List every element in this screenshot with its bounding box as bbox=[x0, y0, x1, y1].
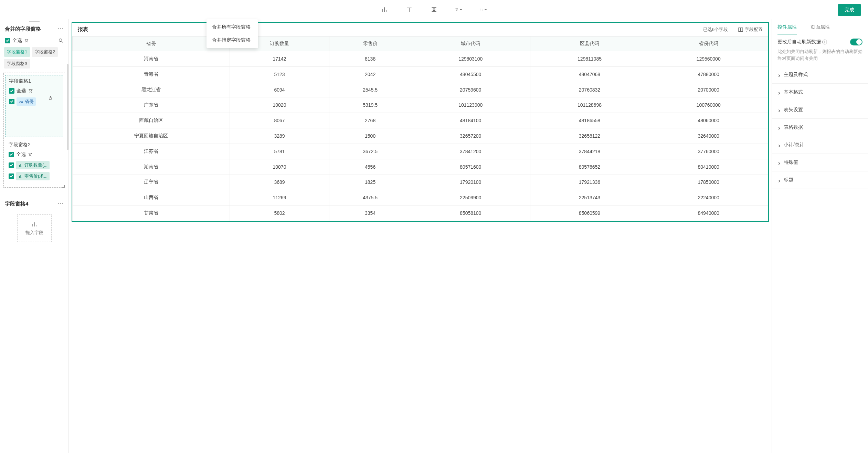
table-cell: 17142 bbox=[230, 51, 329, 67]
report-table: 省份订购数量零售价城市代码区县代码省份代码 河南省171428138129803… bbox=[72, 36, 768, 221]
table-cell: 5123 bbox=[230, 66, 329, 82]
info-icon[interactable]: i bbox=[822, 40, 827, 44]
table-cell: 10020 bbox=[230, 97, 329, 113]
report-card[interactable]: 报表 已选6个字段 字段配置 省份订购数量零售价城市代码区县代码省份代码 河南省… bbox=[72, 22, 769, 222]
province-checkbox[interactable] bbox=[9, 99, 14, 104]
field-pane-2: 字段窗格2 全选 订购数量(... bbox=[5, 139, 63, 183]
table-row[interactable]: 辽宁省36891825179201001792133617850000 bbox=[73, 175, 768, 190]
sidebar-scrollbar[interactable] bbox=[67, 64, 68, 150]
select-all-checkbox[interactable] bbox=[5, 38, 10, 43]
table-row[interactable]: 宁夏回族自治区32891500326572003265812232640000 bbox=[73, 128, 768, 144]
merge-pane-icon[interactable] bbox=[430, 6, 438, 13]
pane1-select-all-checkbox[interactable] bbox=[9, 88, 14, 94]
field-pane-1: 字段窗格1 全选 Aa 省份 bbox=[5, 75, 63, 137]
merge-specific-panes-item[interactable]: 合并指定字段窗格 bbox=[207, 34, 258, 47]
column-header[interactable]: 零售价 bbox=[329, 36, 411, 51]
table-cell: 2768 bbox=[329, 113, 411, 128]
pane-pill-3[interactable]: 字段窗格3 bbox=[4, 59, 30, 69]
chevron-right-icon bbox=[777, 161, 781, 164]
table-row[interactable]: 黑龙江省60942545.5207596002076083220700000 bbox=[73, 82, 768, 97]
table-row[interactable]: 甘肃省58023354850581008506059984940000 bbox=[73, 206, 768, 221]
province-field-pill[interactable]: Aa 省份 bbox=[17, 97, 36, 106]
field-config-button[interactable]: 字段配置 bbox=[738, 27, 763, 33]
table-cell: 48060000 bbox=[649, 113, 768, 128]
table-cell: 80576652 bbox=[530, 159, 649, 175]
column-header[interactable]: 城市代码 bbox=[411, 36, 530, 51]
pane-pill-1[interactable]: 字段窗格1 bbox=[4, 47, 30, 57]
field-config-icon bbox=[738, 27, 743, 32]
accordion-item[interactable]: 表头设置 bbox=[772, 101, 868, 119]
accordion-label: 标题 bbox=[784, 177, 793, 183]
top-toolbar: 完成 合并所有字段窗格 合并指定字段窗格 bbox=[0, 0, 868, 19]
text-icon[interactable] bbox=[405, 6, 413, 13]
auto-refresh-toggle[interactable] bbox=[850, 39, 862, 45]
accordion-item[interactable]: 特殊值 bbox=[772, 154, 868, 171]
bar-chart-placeholder-icon bbox=[31, 221, 38, 228]
table-row[interactable]: 山西省112694375.5225099002251374322240000 bbox=[73, 190, 768, 206]
table-cell: 22509900 bbox=[411, 190, 530, 206]
report-header: 报表 已选6个字段 字段配置 bbox=[72, 23, 768, 36]
column-header[interactable]: 省份 bbox=[73, 36, 230, 51]
chevron-right-icon bbox=[777, 91, 781, 94]
pane-pill-row: 字段窗格1 字段窗格2 字段窗格3 bbox=[0, 46, 68, 71]
resize-handle-icon[interactable] bbox=[62, 185, 65, 188]
bar-chart-icon[interactable] bbox=[381, 6, 388, 13]
sort-icon[interactable] bbox=[480, 6, 487, 13]
table-cell: 47880000 bbox=[649, 66, 768, 82]
table-cell: 48047068 bbox=[530, 66, 649, 82]
table-cell: 3289 bbox=[230, 128, 329, 144]
table-row[interactable]: 河南省171428138129803100129811085129560000 bbox=[73, 51, 768, 67]
pane2-field-order-qty[interactable]: 订购数量(... bbox=[7, 160, 62, 171]
toolbar-icon-group bbox=[381, 6, 487, 13]
field-config-label: 字段配置 bbox=[745, 27, 763, 33]
search-icon[interactable] bbox=[58, 38, 64, 43]
table-row[interactable]: 广东省100205319.510112390010112869810076000… bbox=[73, 97, 768, 113]
column-header[interactable]: 区县代码 bbox=[530, 36, 649, 51]
table-cell: 32657200 bbox=[411, 128, 530, 144]
empty-drop-zone[interactable]: 拖入字段 bbox=[17, 214, 52, 242]
table-cell: 129560000 bbox=[649, 51, 768, 67]
text-field-icon: Aa bbox=[19, 99, 23, 104]
accordion-label: 特殊值 bbox=[784, 159, 798, 166]
table-row[interactable]: 西藏自治区80672768481841004818655848060000 bbox=[73, 113, 768, 128]
table-cell: 西藏自治区 bbox=[73, 113, 230, 128]
retail-price-checkbox[interactable] bbox=[9, 173, 14, 179]
retail-price-pill[interactable]: 零售价(求... bbox=[16, 172, 50, 180]
merge-all-panes-item[interactable]: 合并所有字段窗格 bbox=[207, 21, 258, 34]
table-row[interactable]: 湖南省100704556805716008057665280410000 bbox=[73, 159, 768, 175]
table-cell: 48184100 bbox=[411, 113, 530, 128]
accordion-item[interactable]: 表格数据 bbox=[772, 119, 868, 136]
done-button[interactable]: 完成 bbox=[838, 4, 861, 16]
pane2-select-all-checkbox[interactable] bbox=[9, 152, 14, 157]
order-qty-checkbox[interactable] bbox=[9, 162, 14, 168]
pane2-clear-icon[interactable] bbox=[28, 152, 33, 157]
table-row[interactable]: 江苏省57813672.5378412003784421837760000 bbox=[73, 144, 768, 159]
pane4-more-icon[interactable]: ··· bbox=[57, 200, 64, 208]
table-cell: 甘肃省 bbox=[73, 206, 230, 221]
tab-page-props[interactable]: 页面属性 bbox=[811, 24, 830, 34]
table-cell: 101123900 bbox=[411, 97, 530, 113]
tab-component-props[interactable]: 控件属性 bbox=[777, 24, 797, 34]
pane2-field-retail-price[interactable]: 零售价(求... bbox=[7, 171, 62, 182]
clear-selection-icon[interactable] bbox=[24, 38, 29, 43]
pane-pill-2[interactable]: 字段窗格2 bbox=[32, 47, 58, 57]
table-cell: 48045500 bbox=[411, 66, 530, 82]
report-title: 报表 bbox=[78, 26, 88, 33]
pane1-clear-icon[interactable] bbox=[28, 88, 33, 93]
table-cell: 80410000 bbox=[649, 159, 768, 175]
filter-icon[interactable] bbox=[455, 6, 463, 13]
pane2-select-all-label: 全选 bbox=[16, 151, 26, 158]
table-cell: 37841200 bbox=[411, 144, 530, 159]
accordion-item[interactable]: 标题 bbox=[772, 171, 868, 189]
merge-dropdown-menu: 合并所有字段窗格 合并指定字段窗格 bbox=[207, 19, 258, 48]
accordion-item[interactable]: 小计/总计 bbox=[772, 136, 868, 154]
table-cell: 37844218 bbox=[530, 144, 649, 159]
column-header[interactable]: 省份代码 bbox=[649, 36, 768, 51]
chevron-right-icon bbox=[777, 143, 781, 147]
pane4-title: 字段窗格4 bbox=[5, 201, 28, 207]
order-qty-pill[interactable]: 订购数量(... bbox=[16, 161, 50, 169]
accordion-item[interactable]: 基本格式 bbox=[772, 84, 868, 101]
table-row[interactable]: 青海省51232042480455004804706847880000 bbox=[73, 66, 768, 82]
accordion-item[interactable]: 主题及样式 bbox=[772, 66, 868, 84]
more-icon[interactable]: ··· bbox=[57, 25, 64, 33]
